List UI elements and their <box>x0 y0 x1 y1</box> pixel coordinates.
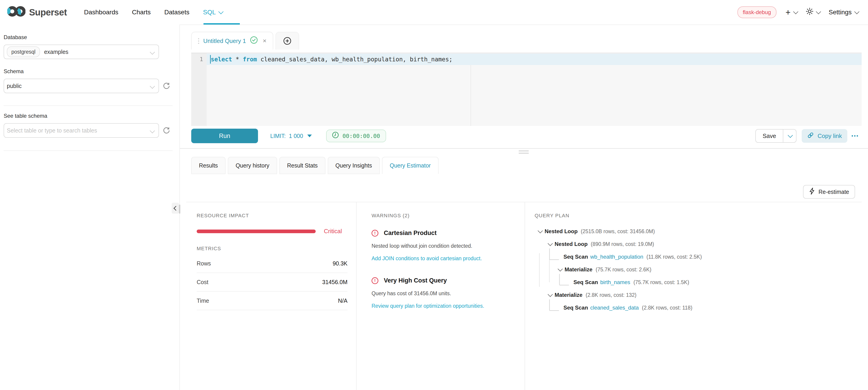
metric-value: 31456.0M <box>322 279 347 286</box>
plan-node-name: Materialize <box>565 266 592 273</box>
active-nav-indicator <box>204 23 240 25</box>
database-select-value: examples <box>44 49 68 55</box>
warning-suggestion-link[interactable]: Add JOIN conditions to avoid cartesian p… <box>372 256 513 262</box>
theme-menu[interactable] <box>806 8 819 17</box>
plan-node-meta: (2.8K rows, cost: 132) <box>586 292 637 298</box>
query-plan-tree: Nested Loop (2515.0B rows, cost: 31456.0… <box>535 225 857 314</box>
query-tab-untitled-query-1[interactable]: Untitled Query 1 × <box>191 32 273 50</box>
timer-value: 00:00:00.00 <box>342 133 380 139</box>
plan-node-meta: (75.7K rows, cost: 1.5K) <box>633 279 689 286</box>
copy-link-button[interactable]: Copy link <box>802 129 847 143</box>
column-divider <box>356 202 356 390</box>
sql-statement: select * from cleaned_sales_data, wb_hea… <box>211 54 453 65</box>
collapse-caret-icon[interactable] <box>545 242 555 246</box>
plan-node-name: Nested Loop <box>545 228 578 235</box>
warning-description: Query has cost of 31456.0M units. <box>372 291 513 297</box>
chevron-down-icon <box>788 133 793 138</box>
table-select[interactable]: Select table or type to search tables <box>4 123 159 138</box>
collapse-sidebar-button[interactable] <box>172 203 179 214</box>
panel-divider <box>180 148 868 149</box>
plan-node-name: Seq Scan <box>574 279 598 286</box>
save-options-button[interactable] <box>783 129 796 142</box>
sql-text: cleaned_sales_data, wb_health_population… <box>257 56 453 63</box>
nav-charts[interactable]: Charts <box>132 9 151 16</box>
resize-handle[interactable] <box>519 150 529 155</box>
warning-icon: ! <box>372 277 378 284</box>
nav-dashboards[interactable]: Dashboards <box>84 9 118 16</box>
nav-sql-label: SQL <box>203 9 216 16</box>
metric-value: N/A <box>338 298 347 304</box>
schema-select[interactable]: public <box>4 79 159 93</box>
plan-node-table[interactable]: birth_names <box>600 279 630 286</box>
query-success-check-icon <box>250 36 258 46</box>
warning-icon: ! <box>372 230 378 237</box>
chevron-down-icon <box>793 9 798 14</box>
new-item-menu[interactable]: + <box>785 8 797 17</box>
more-actions-button[interactable] <box>848 129 861 143</box>
table-schema-label: See table schema <box>4 113 179 119</box>
resource-impact-title: RESOURCE IMPACT <box>197 213 347 219</box>
sql-text: * <box>232 56 243 63</box>
drag-handle-icon[interactable] <box>198 38 199 44</box>
scrollbar-thumb[interactable] <box>179 205 180 214</box>
metric-label: Cost <box>197 279 208 286</box>
plan-node-table[interactable]: wb_health_population <box>590 253 643 260</box>
plus-icon: + <box>785 8 790 17</box>
plan-node-name: Nested Loop <box>555 241 588 247</box>
sql-editor[interactable]: 1 select * from cleaned_sales_data, wb_h… <box>191 53 862 126</box>
sql-lab-sidebar: Database postgresql examples Schema publ… <box>0 25 180 390</box>
run-button[interactable]: Run <box>191 129 258 143</box>
database-select[interactable]: postgresql examples <box>4 44 159 59</box>
nav-sql[interactable]: SQL <box>203 9 222 16</box>
re-estimate-button[interactable]: Re-estimate <box>803 185 855 199</box>
settings-menu[interactable]: Settings <box>829 9 858 16</box>
plan-node-meta: (2.8K rows, cost: 118) <box>642 305 692 311</box>
tab-result-stats[interactable]: Result Stats <box>279 157 326 174</box>
limit-dropdown[interactable]: LIMIT: 1 000 <box>270 129 312 143</box>
query-tab-title: Untitled Query 1 <box>203 37 246 44</box>
tab-query-insights[interactable]: Query Insights <box>328 157 380 174</box>
tree-guide-line <box>539 253 539 287</box>
warning-title: Very High Cost Query <box>384 277 447 284</box>
sun-icon <box>806 8 813 17</box>
sql-keyword: select <box>211 56 232 63</box>
plan-node-meta: (2515.0B rows, cost: 31456.0M) <box>581 229 655 235</box>
app-header: Superset Dashboards Charts Datasets SQL … <box>0 0 868 25</box>
nav-datasets[interactable]: Datasets <box>164 9 189 16</box>
warning-description: Nested loop without join condition detec… <box>372 243 513 249</box>
schema-label: Schema <box>4 68 179 74</box>
results-tab-bar: Results Query history Result Stats Query… <box>191 157 438 173</box>
warnings-title: WARNINGS (2) <box>372 213 513 219</box>
database-type-tag: postgresql <box>7 47 40 57</box>
plan-node-name: Materialize <box>555 292 583 298</box>
plan-node-meta: (11.8K rows, cost: 2.5K) <box>647 254 702 260</box>
warning-cartesian-product: ! Cartesian Product Nested loop without … <box>372 230 513 262</box>
tab-results[interactable]: Results <box>191 157 225 174</box>
add-query-tab-button[interactable] <box>276 32 299 50</box>
plan-node-nested-loop-root: Nested Loop (2515.0B rows, cost: 31456.0… <box>535 225 857 238</box>
refresh-schemas-icon[interactable] <box>163 82 170 90</box>
tree-elbow-connector <box>549 248 559 260</box>
refresh-tables-icon[interactable] <box>163 127 170 134</box>
save-button[interactable]: Save <box>756 129 783 142</box>
warnings-column: WARNINGS (2) ! Cartesian Product Nested … <box>372 202 513 309</box>
plan-node-materialize-2: Materialize (2.8K rows, cost: 132) <box>535 289 857 301</box>
save-split-button: Save <box>755 129 797 143</box>
collapse-caret-icon[interactable] <box>555 268 565 271</box>
plan-node-name: Seq Scan <box>563 304 588 311</box>
collapse-caret-icon[interactable] <box>545 293 555 297</box>
line-number: 1 <box>191 54 203 65</box>
schema-select-value: public <box>7 83 22 89</box>
close-tab-icon[interactable]: × <box>263 38 267 44</box>
superset-logo[interactable]: Superset <box>7 0 67 25</box>
table-select-placeholder: Select table or type to search tables <box>7 127 97 134</box>
warning-suggestion-link[interactable]: Review query plan for optimization oppor… <box>372 303 513 309</box>
column-divider <box>525 202 525 390</box>
tab-query-estimator[interactable]: Query Estimator <box>382 157 438 174</box>
plan-node-table[interactable]: cleaned_sales_data <box>590 304 639 311</box>
plan-node-name: Seq Scan <box>563 253 588 260</box>
metric-label: Time <box>197 298 209 304</box>
limit-value: 1 000 <box>289 133 303 139</box>
tab-query-history[interactable]: Query history <box>228 157 277 174</box>
collapse-caret-icon[interactable] <box>535 230 545 233</box>
